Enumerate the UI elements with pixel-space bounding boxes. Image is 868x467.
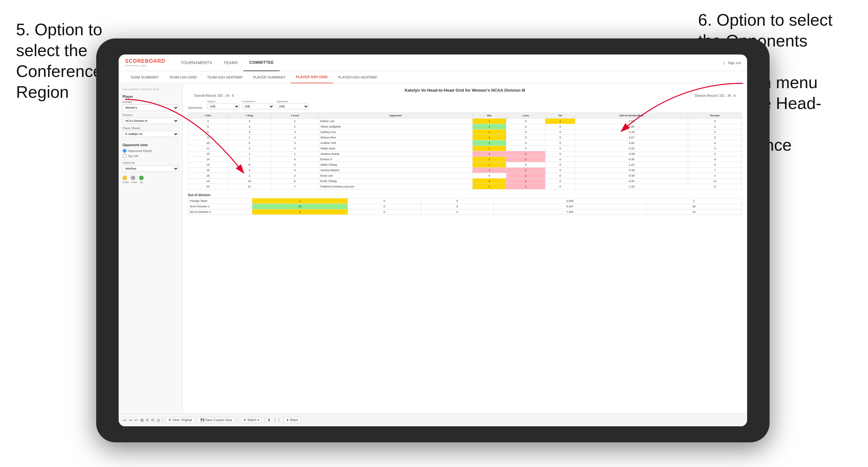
toolbar-rotate-icon[interactable]: ↺ [151,418,154,423]
cell-tie: 0 [546,129,575,135]
nav-committee[interactable]: COMMITTEE [243,55,280,71]
th-tie: Tie [546,113,575,119]
th-win: Win [472,113,506,119]
toolbar-divider1 [162,417,163,424]
cell-loss: 0 [506,135,546,141]
cell-rounds: 7 [688,168,742,173]
cell-diff: 0.30 [575,179,688,184]
ood-cell-win: 5 [252,209,348,215]
toolbar-grid2-icon[interactable]: ⋮⋮ [273,418,281,423]
watch-btn[interactable]: 👁 Watch ▾ [241,417,262,423]
ood-cell-win: 1 [252,198,348,204]
arrow-left [122,96,282,186]
cell-tie: 0 [546,173,575,179]
cell-win: 2 [472,184,506,189]
toolbar-divider3 [265,417,265,424]
cell-rounds: 9 [688,157,742,162]
cell-opponent: Emily Chang [318,179,472,184]
toolbar-undo1[interactable]: ↩ [123,418,126,423]
ood-cell-diff: 9.267 [494,204,646,209]
cell-win: 0 [472,173,506,179]
cell-loss: 0 [506,129,546,135]
sign-out-link[interactable]: Sign out [728,61,741,65]
cell-win: 1 [472,119,506,124]
th-loss: Loss [506,113,546,119]
cell-loss: 0 [506,119,546,124]
arrow-right [580,80,746,144]
toolbar-grid-icon[interactable]: ⊞ [141,418,144,423]
toolbar-undo2[interactable]: ↩ [135,418,138,423]
cell-win: 1 [472,129,506,135]
save-custom-view-btn[interactable]: 💾 Save Custom View [197,417,235,423]
cell-rounds: 4 [688,162,742,168]
ood-cell-tie: 0 [421,204,494,209]
cell-opponent: Federica Domecq Lacroze [318,184,472,189]
ood-cell-opponent: Foreign Team [188,198,252,204]
brand-sub: Powered by clippd [125,64,165,67]
cell-tie: 0 [546,162,575,168]
cell-opponent: Sydney Kuo [318,129,472,135]
cell-diff: -5.00 [575,173,688,179]
cell-diff: 1.25 [575,162,688,168]
ood-cell-opponent: NAIA Division 1 [188,204,252,209]
cell-loss: 0 [506,146,546,151]
cell-tie: 0 [546,124,575,129]
ood-table-row: Foreign Team 1 0 0 4.500 2 [188,198,742,204]
cell-win: 1 [472,162,506,168]
cell-loss: 1 [506,179,546,184]
cell-rounds: 11 [688,179,742,184]
toolbar-clock-icon[interactable]: ◷ [157,418,160,423]
nav-teams[interactable]: TEAMS [218,55,244,71]
cell-win: 1 [472,168,506,173]
th-opponent: Opponent [318,113,472,119]
cell-win: 1 [472,146,506,151]
sub-nav-player-h2h-grid[interactable]: PLAYER H2H GRID [291,71,333,83]
cell-win: 1 [472,124,506,129]
cell-opponent: Euna Lee [318,173,472,179]
toolbar-upload-icon[interactable]: ⬆ [268,418,271,423]
share-btn[interactable]: ⬆ Share [283,417,301,423]
cell-rounds: 6 [688,184,742,189]
sub-nav-team-summary[interactable]: TEAM SUMMARY [125,71,164,83]
ood-cell-diff: 7.400 [494,209,646,215]
cell-diff: 1.33 [575,184,688,189]
cell-opponent: Alexis Sudjianto [318,124,472,129]
sub-nav-team-h2h-grid[interactable]: TEAM H2H GRID [164,71,202,83]
ood-cell-loss: 0 [348,204,421,209]
toolbar-hash-icon[interactable]: # [146,418,149,423]
ood-cell-tie: 0 [421,209,494,215]
ood-table-row: NAIA Division 1 15 0 0 9.267 30 [188,204,742,209]
cell-loss: 2 [506,168,546,173]
toolbar-redo1[interactable]: ↪ [129,418,132,423]
cell-rounds: 3 [688,146,742,151]
nav-tournaments[interactable]: TOURNAMENTS [175,55,218,71]
cell-tie: 0 [546,146,575,151]
cell-tie: 0 [546,141,575,146]
brand: SCOREBOARD Powered by clippd [125,58,165,67]
cell-loss: 0 [506,124,546,129]
ood-cell-rounds: 2 [646,198,742,204]
ood-cell-loss: 0 [348,209,421,215]
cell-diff: 0.38 [575,157,688,162]
ood-cell-win: 15 [252,204,348,209]
brand-name: SCOREBOARD [125,58,165,64]
pipe-separator: | [724,61,725,65]
cell-opponent: Jessica Mason [318,168,472,173]
sub-nav-player-summary[interactable]: PLAYER SUMMARY [248,71,291,83]
cell-loss: 0 [506,141,546,146]
cell-loss: 2 [506,173,546,179]
cell-loss: 1 [506,184,546,189]
cell-opponent: Eunice Yi [318,157,472,162]
cell-tie: 0 [546,168,575,173]
cell-loss: 1 [506,151,546,157]
sub-nav-team-h2h-heatmap[interactable]: TEAM H2H HEATMAP [202,71,248,83]
cell-tie: 0 [546,179,575,184]
cell-loss: 2 [506,157,546,162]
cell-opponent: Jessica Huang [318,151,472,157]
view-original-btn[interactable]: 👁 View: Original [165,417,195,423]
ood-cell-loss: 0 [348,198,421,204]
cell-win: 2 [472,157,506,162]
toolbar-divider2 [238,417,238,424]
sub-nav-player-h2h-heatmap[interactable]: PLAYER H2H HEATMAP [333,71,382,83]
cell-win: 4 [472,179,506,184]
